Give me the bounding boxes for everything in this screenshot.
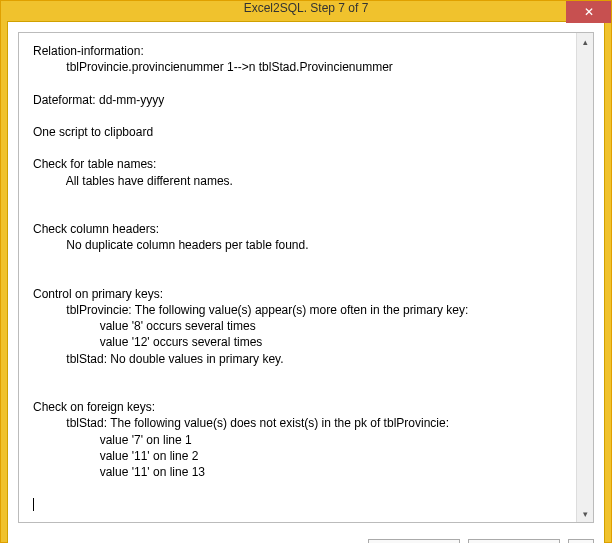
help-button[interactable]: ? <box>568 539 594 543</box>
titlebar: Excel2SQL. Step 7 of 7 ✕ <box>1 1 611 15</box>
report-panel: Relation-information: tblProvincie.provi… <box>18 32 594 523</box>
vertical-scrollbar[interactable]: ▴ ▾ <box>576 33 593 522</box>
close-icon: ✕ <box>584 5 594 19</box>
text-cursor <box>33 498 34 511</box>
report-text[interactable]: Relation-information: tblProvincie.provi… <box>19 33 576 522</box>
close-button[interactable]: ✕ <box>566 1 611 23</box>
scroll-down-icon[interactable]: ▾ <box>577 505 593 522</box>
scroll-track[interactable] <box>577 50 593 505</box>
previous-button[interactable]: < Previous <box>368 539 460 543</box>
wizard-window: Excel2SQL. Step 7 of 7 ✕ Relation-inform… <box>0 0 612 543</box>
button-row: < Previous Ready ? <box>18 523 594 543</box>
ready-button[interactable]: Ready <box>468 539 560 543</box>
wizard-body: Relation-information: tblProvincie.provi… <box>7 21 605 543</box>
window-title: Excel2SQL. Step 7 of 7 <box>1 1 611 15</box>
scroll-up-icon[interactable]: ▴ <box>577 33 593 50</box>
